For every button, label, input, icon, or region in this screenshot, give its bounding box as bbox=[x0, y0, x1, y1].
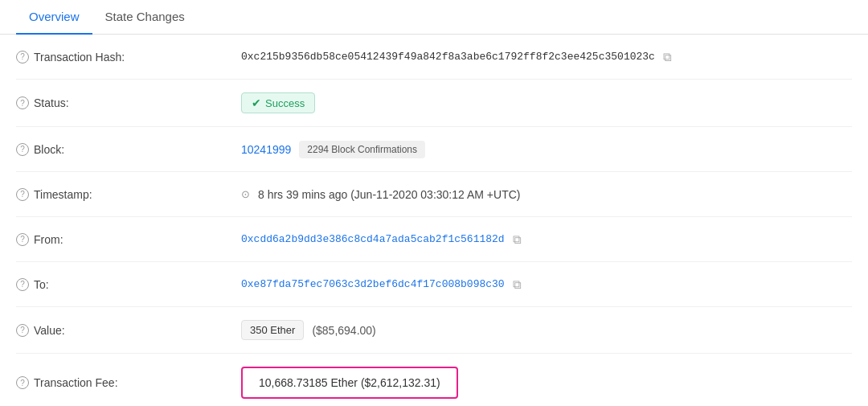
timestamp-text: 8 hrs 39 mins ago (Jun-11-2020 03:30:12 … bbox=[258, 188, 520, 201]
ether-amount: 350 Ether bbox=[241, 320, 304, 340]
fee-highlight-box: 10,668.73185 Ether ($2,612,132.31) bbox=[241, 367, 458, 399]
help-icon-timestamp[interactable]: ? bbox=[16, 188, 29, 201]
help-icon-status[interactable]: ? bbox=[16, 96, 29, 109]
value-row: ? Value: 350 Ether ($85,694.00) bbox=[16, 307, 852, 354]
from-address-link[interactable]: 0xcdd6a2b9dd3e386c8cd4a7ada5cab2f1c56118… bbox=[241, 233, 505, 245]
help-icon-block[interactable]: ? bbox=[16, 143, 29, 156]
from-row: ? From: 0xcdd6a2b9dd3e386c8cd4a7ada5cab2… bbox=[16, 217, 852, 262]
to-row: ? To: 0xe87fda75fec7063c3d2bef6dc4f17c00… bbox=[16, 262, 852, 307]
timestamp-value: ⊙ 8 hrs 39 mins ago (Jun-11-2020 03:30:1… bbox=[241, 188, 852, 201]
confirmations-badge: 2294 Block Confirmations bbox=[299, 141, 425, 158]
block-label: ? Block: bbox=[16, 143, 241, 156]
timestamp-label: ? Timestamp: bbox=[16, 188, 241, 201]
from-value: 0xcdd6a2b9dd3e386c8cd4a7ada5cab2f1c56118… bbox=[241, 232, 852, 247]
block-row: ? Block: 10241999 2294 Block Confirmatio… bbox=[16, 127, 852, 172]
transaction-hash-row: ? Transaction Hash: 0xc215b9356db58ce054… bbox=[16, 35, 852, 80]
value-amount: 350 Ether ($85,694.00) bbox=[241, 320, 852, 340]
tab-state-changes[interactable]: State Changes bbox=[92, 0, 198, 35]
from-label: ? From: bbox=[16, 233, 241, 246]
transaction-fee-label: ? Transaction Fee: bbox=[16, 376, 241, 389]
help-icon-value[interactable]: ? bbox=[16, 324, 29, 337]
help-icon-tx[interactable]: ? bbox=[16, 51, 29, 64]
clock-icon: ⊙ bbox=[241, 188, 250, 200]
transaction-hash-label: ? Transaction Hash: bbox=[16, 51, 241, 64]
to-address-link[interactable]: 0xe87fda75fec7063c3d2bef6dc4f17c008b098c… bbox=[241, 278, 505, 290]
block-value: 10241999 2294 Block Confirmations bbox=[241, 141, 852, 158]
help-icon-to[interactable]: ? bbox=[16, 278, 29, 291]
to-label: ? To: bbox=[16, 278, 241, 291]
transaction-fee-row: ? Transaction Fee: 10,668.73185 Ether ($… bbox=[16, 354, 852, 406]
status-row: ? Status: ✔ Success bbox=[16, 80, 852, 127]
value-label: ? Value: bbox=[16, 324, 241, 337]
tabs-bar: Overview State Changes bbox=[0, 0, 868, 35]
help-icon-from[interactable]: ? bbox=[16, 233, 29, 246]
status-label: ? Status: bbox=[16, 96, 241, 109]
copy-tx-hash-icon[interactable]: ⧉ bbox=[663, 50, 672, 64]
status-badge: ✔ Success bbox=[241, 92, 315, 113]
main-content: ? Transaction Hash: 0xc215b9356db58ce054… bbox=[0, 35, 868, 406]
to-value: 0xe87fda75fec7063c3d2bef6dc4f17c008b098c… bbox=[241, 277, 852, 292]
block-number-link[interactable]: 10241999 bbox=[241, 143, 291, 156]
timestamp-row: ? Timestamp: ⊙ 8 hrs 39 mins ago (Jun-11… bbox=[16, 172, 852, 217]
tab-overview[interactable]: Overview bbox=[16, 0, 92, 35]
help-icon-fee[interactable]: ? bbox=[16, 376, 29, 389]
check-icon: ✔ bbox=[252, 96, 261, 109]
status-value: ✔ Success bbox=[241, 92, 852, 113]
transaction-hash-value: 0xc215b9356db58ce05412439f49a842f8a3abe6… bbox=[241, 50, 852, 64]
copy-from-icon[interactable]: ⧉ bbox=[513, 232, 522, 247]
tx-hash: 0xc215b9356db58ce05412439f49a842f8a3abe6… bbox=[241, 51, 655, 63]
usd-amount: ($85,694.00) bbox=[312, 324, 375, 337]
transaction-fee-value: 10,668.73185 Ether ($2,612,132.31) bbox=[241, 367, 852, 399]
copy-to-icon[interactable]: ⧉ bbox=[513, 277, 522, 292]
